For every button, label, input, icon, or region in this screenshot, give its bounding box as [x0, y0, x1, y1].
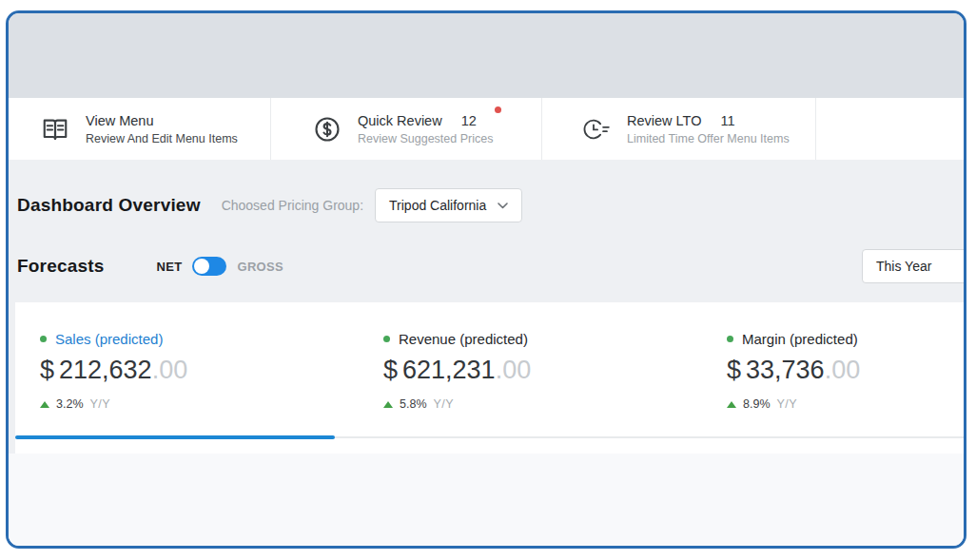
- delta-period: Y/Y: [434, 397, 455, 411]
- pricing-group-select[interactable]: Tripod California: [375, 188, 522, 222]
- toggle-knob: [194, 259, 209, 274]
- pricing-group-value: Tripod California: [389, 198, 486, 213]
- notification-dot-icon: [495, 106, 501, 113]
- up-arrow-icon: [727, 401, 736, 408]
- tab-quick-review[interactable]: Quick Review 12 Review Suggested Prices: [271, 98, 542, 160]
- metric-value: $212,632.00: [40, 356, 359, 385]
- delta-value: 3.2%: [56, 397, 84, 411]
- active-slide-indicator: [15, 435, 335, 439]
- app-header: [9, 13, 964, 98]
- value-integer: 33,736: [746, 356, 825, 384]
- metric-card-margin: Margin (predicted) $33,736.00 8.9% Y/Y: [702, 302, 964, 454]
- tabs-row: View Menu Review And Edit Menu Items Qui…: [9, 98, 964, 160]
- value-integer: 621,231: [402, 356, 496, 384]
- delta-value: 5.8%: [400, 397, 427, 411]
- overview-row: Dashboard Overview Choosed Pricing Group…: [17, 188, 964, 222]
- metric-label-revenue: Revenue (predicted): [399, 331, 528, 347]
- tab-review-lto[interactable]: Review LTO 11 Limited Time Offer Menu It…: [542, 98, 816, 160]
- page-title: Dashboard Overview: [17, 195, 201, 216]
- tab-count: 11: [720, 113, 734, 128]
- metric-card-sales: Sales (predicted) $212,632.00 3.2% Y/Y: [15, 302, 359, 454]
- forecast-cards: Sales (predicted) $212,632.00 3.2% Y/Y R…: [15, 302, 964, 454]
- tab-count: 12: [461, 113, 477, 128]
- value-integer: 212,632: [59, 356, 152, 384]
- menu-book-icon: [41, 115, 69, 144]
- tab-subtitle: Limited Time Offer Menu Items: [627, 132, 790, 145]
- dashboard-section: Dashboard Overview Choosed Pricing Group…: [9, 160, 964, 302]
- bullet-icon: [727, 336, 733, 342]
- clock-icon: [582, 115, 611, 144]
- tab-view-menu[interactable]: View Menu Review And Edit Menu Items: [9, 98, 271, 160]
- tab-subtitle: Review And Edit Menu Items: [86, 132, 238, 145]
- bottom-empty-area: [9, 454, 964, 546]
- value-decimal: .00: [496, 356, 532, 384]
- dollar-circle-icon: [313, 115, 342, 144]
- pricing-group-label: Choosed Pricing Group:: [222, 198, 363, 213]
- bullet-icon: [383, 336, 390, 342]
- metric-delta: 3.2% Y/Y: [40, 397, 359, 411]
- forecasts-row: Forecasts NET GROSS This Year: [17, 249, 964, 283]
- delta-period: Y/Y: [90, 397, 111, 411]
- tab-texts: View Menu Review And Edit Menu Items: [86, 113, 238, 145]
- section-title-forecasts: Forecasts: [17, 256, 105, 277]
- up-arrow-icon: [383, 401, 393, 408]
- delta-period: Y/Y: [777, 397, 798, 411]
- tab-title: Quick Review: [358, 113, 442, 128]
- chevron-down-icon: [498, 203, 508, 209]
- metric-label-sales[interactable]: Sales (predicted): [55, 331, 163, 347]
- tab-title: View Menu: [86, 113, 153, 128]
- gross-label: GROSS: [237, 260, 283, 274]
- forecast-cards-strip: Sales (predicted) $212,632.00 3.2% Y/Y R…: [9, 302, 964, 454]
- currency-symbol: $: [40, 356, 54, 384]
- tab-subtitle: Review Suggested Prices: [358, 132, 493, 145]
- tabs-empty-space: [816, 98, 964, 160]
- net-label: NET: [157, 260, 183, 274]
- metric-label-margin: Margin (predicted): [742, 331, 858, 347]
- metric-value: $621,231.00: [383, 356, 702, 385]
- metric-card-revenue: Revenue (predicted) $621,231.00 5.8% Y/Y: [359, 302, 702, 454]
- bullet-icon: [40, 336, 47, 342]
- tab-title: Review LTO: [627, 113, 701, 128]
- currency-symbol: $: [727, 356, 741, 384]
- period-select[interactable]: This Year: [862, 249, 966, 283]
- period-value: This Year: [876, 259, 931, 274]
- currency-symbol: $: [383, 356, 398, 384]
- app-window: View Menu Review And Edit Menu Items Qui…: [6, 10, 966, 549]
- delta-value: 8.9%: [743, 397, 771, 411]
- tab-texts: Review LTO 11 Limited Time Offer Menu It…: [627, 113, 790, 145]
- tab-texts: Quick Review 12 Review Suggested Prices: [358, 113, 493, 145]
- value-decimal: .00: [825, 356, 861, 384]
- value-decimal: .00: [152, 356, 188, 384]
- metric-delta: 5.8% Y/Y: [383, 397, 702, 411]
- metric-value: $33,736.00: [727, 356, 964, 385]
- net-gross-toggle[interactable]: [192, 257, 226, 276]
- up-arrow-icon: [40, 401, 49, 408]
- metric-delta: 8.9% Y/Y: [727, 397, 964, 411]
